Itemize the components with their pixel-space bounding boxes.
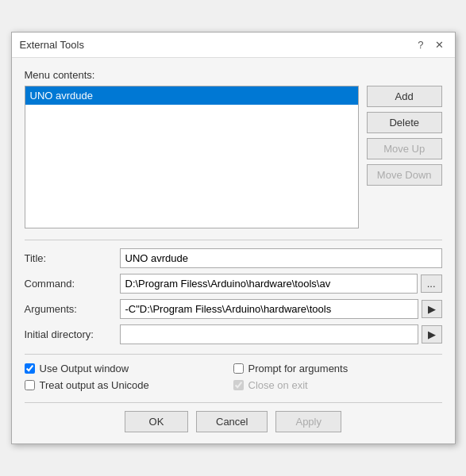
initial-dir-label: Initial directory: bbox=[25, 328, 120, 340]
help-button[interactable]: ? bbox=[414, 39, 426, 51]
add-button[interactable]: Add bbox=[367, 86, 442, 107]
move-up-button[interactable]: Move Up bbox=[367, 138, 442, 159]
menu-contents-label: Menu contents: bbox=[25, 69, 442, 81]
treat-unicode-checkbox[interactable] bbox=[25, 380, 35, 390]
treat-unicode-label: Treat output as Unicode bbox=[40, 379, 149, 391]
use-output-window-label: Use Output window bbox=[40, 363, 129, 374]
close-button[interactable]: ✕ bbox=[432, 39, 447, 51]
prompt-args-checkbox[interactable] bbox=[233, 363, 244, 374]
cancel-button[interactable]: Cancel bbox=[196, 411, 268, 432]
close-on-exit-checkbox[interactable] bbox=[233, 380, 244, 390]
title-bar-controls: ? ✕ bbox=[414, 39, 446, 51]
menu-buttons: Add Delete Move Up Move Down bbox=[367, 86, 442, 228]
title-bar: External Tools ? ✕ bbox=[12, 33, 455, 58]
dialog-title: External Tools bbox=[20, 39, 84, 51]
arguments-row: Arguments: ▶ bbox=[25, 299, 442, 319]
form-section: Title: Command: ... Arguments: ▶ bbox=[25, 240, 442, 344]
external-tools-dialog: External Tools ? ✕ Menu contents: UNO av… bbox=[11, 32, 456, 444]
move-down-button[interactable]: Move Down bbox=[367, 164, 442, 186]
checkboxes-section: Use Output window Treat output as Unicod… bbox=[25, 354, 442, 391]
command-browse-button[interactable]: ... bbox=[421, 274, 442, 293]
treat-unicode-row: Treat output as Unicode bbox=[25, 379, 233, 391]
close-on-exit-label: Close on exit bbox=[248, 379, 308, 391]
title-input[interactable] bbox=[120, 248, 442, 268]
menu-list[interactable]: UNO avrdude bbox=[25, 86, 359, 228]
command-row: Command: ... bbox=[25, 274, 442, 294]
close-exit-row: Close on exit bbox=[233, 379, 442, 391]
title-label: Title: bbox=[25, 252, 120, 264]
arguments-input[interactable] bbox=[120, 299, 418, 319]
checkbox-col-left: Use Output window Treat output as Unicod… bbox=[25, 363, 233, 391]
command-input-wrap: ... bbox=[120, 274, 442, 294]
prompt-args-label: Prompt for arguments bbox=[248, 363, 349, 374]
command-label: Command: bbox=[25, 278, 120, 290]
initial-dir-input-wrap: ▶ bbox=[120, 324, 442, 344]
dialog-body: Menu contents: UNO avrdude Add Delete Mo… bbox=[12, 58, 455, 443]
ok-button[interactable]: OK bbox=[125, 411, 188, 432]
use-output-window-row: Use Output window bbox=[25, 363, 233, 374]
initial-dir-row: Initial directory: ▶ bbox=[25, 324, 442, 344]
prompt-args-row: Prompt for arguments bbox=[233, 363, 442, 374]
initial-dir-input[interactable] bbox=[120, 324, 418, 344]
arguments-browse-button[interactable]: ▶ bbox=[422, 300, 442, 318]
title-row: Title: bbox=[25, 248, 442, 268]
menu-list-item[interactable]: UNO avrdude bbox=[25, 86, 358, 105]
command-input[interactable] bbox=[120, 274, 418, 294]
title-input-wrap bbox=[120, 248, 442, 268]
bottom-buttons: OK Cancel Apply bbox=[25, 402, 442, 432]
apply-button[interactable]: Apply bbox=[275, 411, 341, 432]
menu-section: UNO avrdude Add Delete Move Up Move Down bbox=[25, 86, 442, 228]
checkbox-col-right: Prompt for arguments Close on exit bbox=[233, 363, 442, 391]
delete-button[interactable]: Delete bbox=[367, 112, 442, 133]
arguments-label: Arguments: bbox=[25, 303, 120, 315]
arguments-input-wrap: ▶ bbox=[120, 299, 442, 319]
initial-dir-browse-button[interactable]: ▶ bbox=[422, 325, 442, 344]
use-output-window-checkbox[interactable] bbox=[25, 363, 35, 374]
